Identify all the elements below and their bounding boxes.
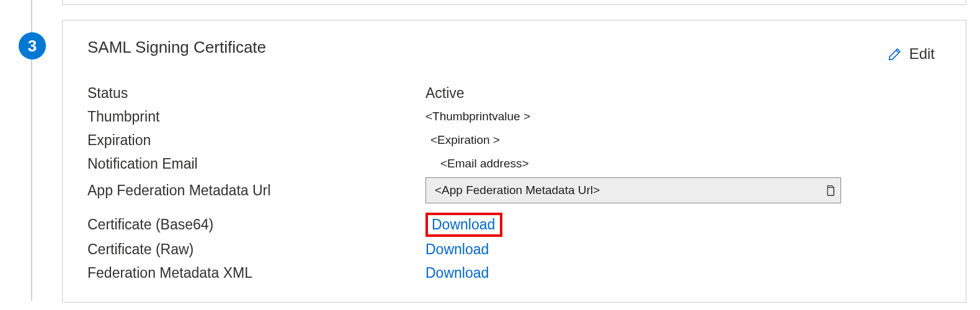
step-number-badge: 3: [19, 32, 46, 60]
download-highlight-box: Download: [425, 213, 502, 237]
expiration-label: Expiration: [87, 132, 425, 149]
fed-xml-label: Federation Metadata XML: [87, 265, 425, 281]
download-fed-xml-link[interactable]: Download: [425, 265, 489, 281]
row-notification-email: Notification Email <Email address>: [87, 152, 941, 175]
card-title: SAML Signing Certificate: [87, 38, 266, 57]
row-cert-base64: Certificate (Base64) Download: [87, 211, 941, 237]
card-header: SAML Signing Certificate Edit: [87, 38, 941, 63]
thumbprint-value: <Thumbprintvalue >: [425, 110, 530, 123]
row-cert-raw: Certificate (Raw) Download: [87, 237, 941, 261]
row-fed-xml: Federation Metadata XML Download: [87, 261, 941, 285]
cert-raw-label: Certificate (Raw): [87, 241, 425, 258]
row-status: Status Active: [87, 81, 941, 105]
download-cert-raw-link[interactable]: Download: [425, 241, 489, 258]
status-label: Status: [87, 85, 425, 102]
edit-label: Edit: [909, 45, 935, 63]
notification-email-value: <Email address>: [425, 157, 529, 170]
row-thumbprint: Thumbprint <Thumbprintvalue >: [87, 105, 941, 128]
card-rows: Status Active Thumbprint <Thumbprintvalu…: [87, 81, 941, 285]
pencil-icon: [887, 46, 903, 62]
status-value: Active: [425, 85, 465, 102]
app-federation-url-value: <App Federation Metadata Url>: [435, 184, 823, 197]
saml-signing-certificate-card: SAML Signing Certificate Edit Status Act…: [62, 20, 966, 303]
previous-card-bottom-edge: [62, 0, 966, 5]
app-federation-url-label: App Federation Metadata Url: [87, 182, 425, 199]
thumbprint-label: Thumbprint: [87, 108, 425, 125]
notification-email-label: Notification Email: [87, 156, 425, 172]
app-federation-url-field[interactable]: <App Federation Metadata Url>: [425, 177, 841, 203]
expiration-value: <Expiration >: [425, 133, 500, 147]
row-expiration: Expiration <Expiration >: [87, 128, 941, 152]
edit-button[interactable]: Edit: [887, 45, 935, 63]
copy-icon[interactable]: [823, 184, 837, 197]
download-cert-base64-link[interactable]: Download: [432, 216, 495, 232]
step-number: 3: [28, 37, 37, 56]
row-app-federation-url: App Federation Metadata Url <App Federat…: [87, 175, 941, 205]
svg-rect-0: [827, 187, 834, 195]
cert-base64-label: Certificate (Base64): [87, 216, 425, 233]
